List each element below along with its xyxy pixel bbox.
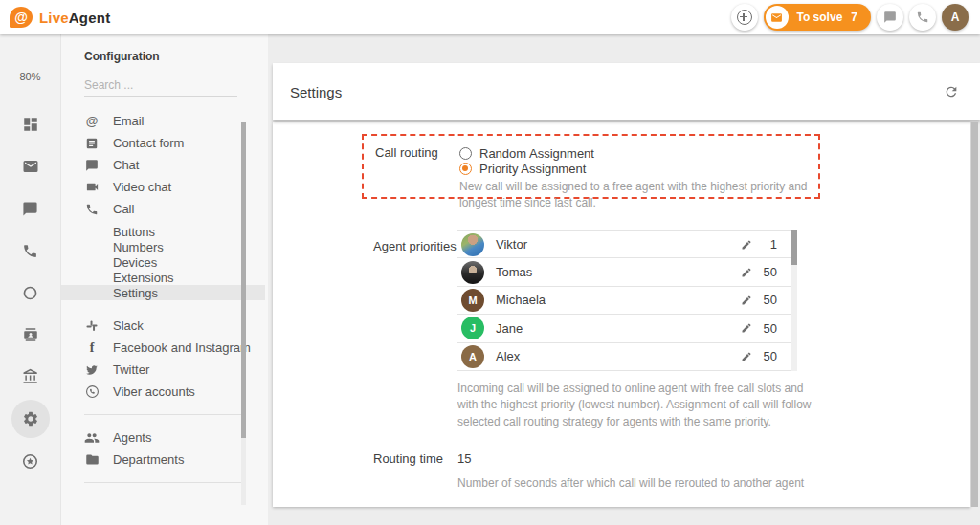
to-solve-label: To solve (797, 11, 843, 24)
priority-value[interactable]: 50 (762, 293, 777, 307)
calls-button[interactable] (909, 4, 936, 31)
sidebar-divider (84, 414, 241, 415)
chat-icon (22, 201, 38, 217)
envelope-badge (766, 6, 789, 29)
chat-icon (84, 159, 100, 172)
edit-icon[interactable] (741, 267, 752, 278)
departments-icon (84, 452, 100, 467)
call-routing-label: Call routing (375, 145, 459, 160)
phone-icon (22, 243, 38, 259)
refresh-button[interactable] (944, 84, 959, 99)
edit-icon[interactable] (741, 239, 752, 251)
viber-icon (84, 384, 100, 399)
avatar: J (461, 317, 484, 339)
routing-time-input[interactable] (457, 451, 800, 470)
rail-item-dashboard[interactable] (11, 105, 50, 143)
radio-random-assignment[interactable]: Random Assignment (459, 145, 815, 161)
main-scrollbar-thumb[interactable] (971, 122, 978, 507)
sidebar-search-input[interactable] (84, 75, 237, 97)
avatar (461, 261, 484, 284)
topbar: @ LiveAgent To solve 7 A (0, 0, 980, 34)
sidebar-divider (84, 482, 241, 483)
sidebar-item-label: Call (113, 202, 134, 216)
dashboard-icon (22, 116, 39, 133)
sidebar-item-label: Viber accounts (113, 384, 195, 399)
radio-checked-icon[interactable] (459, 163, 472, 175)
sidebar-item-label: Agents (113, 430, 151, 445)
routing-time-section: Routing time Number of seconds after whi… (373, 449, 859, 492)
plus-icon (737, 10, 752, 25)
configuration-sidebar: Configuration @ Email Contact form Chat (61, 34, 268, 525)
routing-time-description: Number of seconds after which call will … (457, 475, 859, 492)
email-icon: @ (84, 114, 100, 128)
agent-priorities-list: Viktor 1 Tomas 50 M Michaela (457, 230, 791, 371)
rail-item-gamification[interactable] (11, 442, 50, 480)
main-scrollbar[interactable] (971, 122, 978, 507)
call-icon (84, 203, 100, 216)
sidebar-title: Configuration (84, 50, 268, 63)
priority-value[interactable]: 50 (762, 321, 777, 336)
sidebar-item-label: Email (113, 114, 145, 128)
call-routing-description: New call will be assigned to a free agen… (459, 179, 815, 212)
page-title: Settings (290, 84, 342, 100)
avatar: A (461, 345, 484, 368)
settings-content: Call routing Random Assignment Priority … (273, 122, 970, 507)
agent-priorities-description: Incoming call will be assigned to online… (457, 381, 819, 430)
radio-label: Random Assignment (479, 146, 594, 161)
contact-form-icon (84, 137, 100, 150)
call-routing-section: Call routing Random Assignment Priority … (362, 134, 820, 199)
edit-icon[interactable] (741, 295, 752, 306)
rail-item-tickets[interactable] (11, 147, 50, 186)
add-button[interactable] (731, 4, 758, 31)
chat-icon (883, 11, 897, 24)
edit-icon[interactable] (741, 351, 752, 362)
agent-priorities-label: Agent priorities (373, 239, 457, 253)
liveagent-logo[interactable]: @ LiveAgent (0, 7, 110, 28)
agent-name: Viktor (496, 237, 527, 252)
brand-agent: Agent (69, 10, 111, 26)
priority-value[interactable]: 50 (762, 265, 777, 279)
rail-item-billing[interactable] (11, 358, 50, 396)
edit-icon[interactable] (741, 322, 752, 334)
sidebar-scrollbar-thumb[interactable] (241, 122, 246, 438)
radio-label: Priority Assignment (479, 162, 586, 176)
radio-unchecked-icon[interactable] (459, 147, 472, 160)
chats-button[interactable] (877, 4, 903, 31)
rail-item-history[interactable] (11, 273, 50, 312)
agent-row: Viktor 1 (457, 230, 791, 258)
usage-indicator: 80% (19, 71, 40, 82)
clock-icon (22, 285, 38, 301)
facebook-icon: f (84, 340, 100, 356)
agent-row: A Alex 50 (457, 343, 791, 371)
priority-value[interactable]: 50 (762, 349, 777, 363)
avatar: M (461, 289, 484, 312)
gear-icon (22, 410, 39, 427)
rail-item-chats[interactable] (11, 189, 50, 228)
rail-item-contacts[interactable] (11, 316, 50, 354)
agent-row: J Jane 50 (457, 315, 791, 342)
slack-icon (84, 319, 100, 333)
priority-value[interactable]: 1 (762, 237, 777, 252)
agent-list-scrollbar[interactable] (791, 230, 797, 371)
star-circle-icon (22, 453, 38, 470)
envelope-icon (770, 11, 783, 24)
sidebar-scrollbar[interactable] (241, 122, 246, 505)
contact-card-icon (22, 326, 39, 343)
sidebar-item-label: Slack (113, 318, 144, 333)
agent-name: Jane (496, 321, 523, 336)
agent-list-scrollbar-thumb[interactable] (791, 230, 797, 265)
to-solve-button[interactable]: To solve 7 (764, 4, 871, 31)
sidebar-item-label: Chat (113, 158, 139, 172)
rail-item-calls[interactable] (11, 231, 50, 270)
radio-priority-assignment[interactable]: Priority Assignment (459, 161, 815, 176)
rail-item-configuration[interactable] (11, 400, 50, 438)
user-avatar[interactable]: A (942, 4, 969, 31)
brand-live: Live (39, 10, 69, 26)
refresh-icon (944, 84, 959, 99)
sidebar-subitem-settings[interactable]: Settings (61, 285, 265, 300)
icon-rail: 80% (0, 34, 61, 525)
sidebar-item-label: Departments (113, 452, 184, 467)
agent-name: Tomas (496, 265, 532, 279)
sidebar-item-label: Facebook and Instagram (113, 340, 251, 355)
sidebar-item-label: Twitter (113, 362, 149, 377)
